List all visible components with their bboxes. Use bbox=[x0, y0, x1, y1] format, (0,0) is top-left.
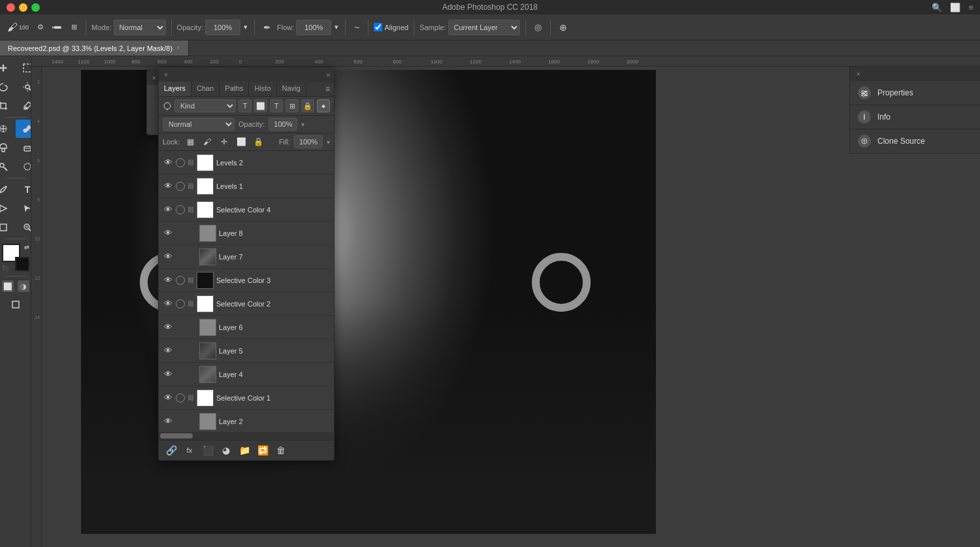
delete-layer-btn[interactable]: 🗑 bbox=[274, 443, 288, 457]
doc-tab-close[interactable]: × bbox=[176, 45, 180, 52]
layers-panel-close-btn[interactable]: × bbox=[163, 71, 169, 78]
shape-btn[interactable] bbox=[0, 218, 15, 237]
magic-wand-btn[interactable] bbox=[16, 78, 31, 96]
quick-mask-btn[interactable]: ◑ bbox=[17, 280, 30, 293]
filter-icon-3[interactable]: T bbox=[270, 99, 283, 112]
layer-item-selcol1[interactable]: 👁 ⛓ Selective Color 1 bbox=[159, 386, 334, 410]
layer-eye-levels2[interactable]: 👁 bbox=[163, 157, 173, 167]
layer-eye-layer7[interactable]: 👁 bbox=[163, 252, 173, 261]
path-select-btn[interactable] bbox=[0, 199, 15, 218]
new-layer-btn[interactable]: 🔁 bbox=[255, 443, 270, 457]
tab-navigator[interactable]: Navig bbox=[277, 82, 306, 96]
layer-eye-selcol1[interactable]: 👁 bbox=[163, 393, 173, 403]
tab-layers[interactable]: Layers bbox=[159, 82, 191, 96]
lock-transparency-btn[interactable]: ▦ bbox=[184, 135, 197, 148]
flow-input[interactable] bbox=[296, 20, 331, 35]
close-button[interactable] bbox=[7, 3, 15, 12]
aligned-checkbox[interactable] bbox=[374, 23, 382, 31]
mode-select[interactable]: Normal bbox=[114, 20, 166, 35]
lock-all-btn[interactable]: 🔒 bbox=[252, 135, 265, 148]
layer-item-selcol4[interactable]: 👁 ⛓ Selective Color 4 bbox=[159, 198, 334, 222]
properties-item[interactable]: Properties bbox=[850, 81, 980, 105]
info-item[interactable]: i Info bbox=[850, 105, 980, 129]
tool-preset-btn[interactable]: 🖌 100 bbox=[4, 20, 32, 35]
pressure-btn[interactable]: ⊕ bbox=[556, 20, 570, 35]
lock-artboard-btn[interactable]: ⬜ bbox=[235, 135, 248, 148]
filter-icon-4[interactable]: ⊞ bbox=[286, 99, 299, 112]
fill-arrow-btn[interactable]: ▾ bbox=[327, 139, 330, 146]
layer-eye-layer8[interactable]: 👁 bbox=[163, 228, 173, 238]
color-swap-icon[interactable]: ⇄ bbox=[24, 244, 29, 250]
layer-eye-layer6[interactable]: 👁 bbox=[163, 322, 173, 332]
fx-btn[interactable]: fx bbox=[182, 443, 197, 457]
pen-btn[interactable] bbox=[0, 180, 15, 199]
airbrush-btn[interactable]: ✒ bbox=[260, 20, 274, 35]
right-panel-close-btn[interactable]: × bbox=[855, 71, 862, 78]
layer-eye-layer5[interactable]: 👁 bbox=[163, 346, 173, 356]
screen-mode-btn[interactable] bbox=[7, 297, 25, 312]
add-mask-btn[interactable]: ⬛ bbox=[201, 443, 215, 457]
eyedropper-btn[interactable] bbox=[16, 97, 31, 115]
standard-mode-btn[interactable]: ⬜ bbox=[1, 280, 14, 293]
layer-item-selcol2[interactable]: 👁 ⛓ Selective Color 2 bbox=[159, 292, 334, 316]
maximize-button[interactable] bbox=[31, 3, 40, 12]
layers-panel-expand[interactable]: » bbox=[326, 71, 330, 78]
tab-histogram[interactable]: Histo bbox=[249, 82, 276, 96]
layers-menu-btn[interactable]: ≡ bbox=[321, 82, 334, 96]
layer-item-layer8[interactable]: 👁 Layer 8 bbox=[159, 222, 334, 245]
layer-item-layer7[interactable]: 👁 Layer 7 bbox=[159, 245, 334, 269]
minimize-button[interactable] bbox=[19, 3, 27, 12]
layer-item-selcol3[interactable]: 👁 ⛓ Selective Color 3 bbox=[159, 269, 334, 292]
blend-mode-select[interactable]: Normal bbox=[163, 118, 235, 131]
lock-pixels-btn[interactable]: 🖌 bbox=[201, 135, 214, 148]
marquee-tool-btn[interactable] bbox=[16, 59, 31, 77]
layer-item-layer2[interactable]: 👁 Layer 2 bbox=[159, 410, 334, 432]
clone-source-item[interactable]: Clone Source bbox=[850, 129, 980, 154]
ai-panel-close-btn[interactable]: × bbox=[151, 75, 157, 82]
layer-item-levels1[interactable]: 👁 ⛓ Levels 1 bbox=[159, 174, 334, 198]
filter-icon-2[interactable]: ⬜ bbox=[254, 99, 267, 112]
lasso-tool-btn[interactable] bbox=[0, 78, 15, 96]
layers-hscroll[interactable] bbox=[159, 432, 334, 440]
eraser-btn[interactable] bbox=[16, 139, 31, 157]
adjustment-btn[interactable]: ◕ bbox=[219, 443, 233, 457]
lock-position-btn[interactable]: ✛ bbox=[218, 135, 231, 148]
doc-tab-active[interactable]: Recovered2.psd @ 33.3% (Levels 2, Layer … bbox=[0, 41, 189, 56]
brush-type-btn[interactable] bbox=[49, 20, 66, 35]
sample-select[interactable]: Current Layer bbox=[448, 20, 520, 35]
opacity-arrow-btn[interactable]: ▾ bbox=[242, 23, 249, 31]
layer-eye-selcol4[interactable]: 👁 bbox=[163, 205, 173, 214]
clone-stamp-btn2[interactable] bbox=[0, 139, 15, 157]
layer-eye-selcol3[interactable]: 👁 bbox=[163, 275, 173, 285]
flow-arrow-btn[interactable]: ▾ bbox=[333, 23, 340, 31]
zoom-btn[interactable] bbox=[16, 218, 31, 237]
layer-item-layer6[interactable]: 👁 Layer 6 bbox=[159, 316, 334, 339]
filter-select[interactable]: Kind bbox=[174, 99, 236, 112]
layer-item-layer5[interactable]: 👁 Layer 5 bbox=[159, 339, 334, 363]
menu-icon[interactable]: ≡ bbox=[968, 3, 973, 12]
link-layers-btn[interactable]: 🔗 bbox=[164, 443, 178, 457]
tool-settings-btn[interactable]: ⚙ bbox=[34, 21, 47, 33]
layer-eye-selcol2[interactable]: 👁 bbox=[163, 299, 173, 308]
arrange-icon[interactable]: ⬜ bbox=[950, 3, 960, 12]
new-group-btn[interactable]: 📁 bbox=[237, 443, 252, 457]
layer-eye-layer2[interactable]: 👁 bbox=[163, 416, 173, 426]
opacity-arrow-btn[interactable]: ▾ bbox=[301, 121, 304, 128]
brush-tool-btn[interactable] bbox=[16, 120, 31, 138]
move-tool-btn[interactable] bbox=[0, 59, 15, 77]
opacity-input[interactable] bbox=[205, 20, 240, 35]
type-btn[interactable]: T bbox=[16, 180, 31, 199]
filter-icon-5[interactable]: 🔒 bbox=[301, 99, 314, 112]
blur-btn[interactable] bbox=[16, 157, 31, 176]
tab-channels[interactable]: Chan bbox=[191, 82, 220, 96]
tab-paths[interactable]: Paths bbox=[220, 82, 249, 96]
layer-item-levels2[interactable]: 👁 ⛓ Levels 2 bbox=[159, 151, 334, 174]
healing-btn[interactable] bbox=[0, 120, 15, 138]
color-default-icon[interactable]: ⬛ bbox=[2, 265, 8, 271]
dodge-btn[interactable] bbox=[0, 157, 15, 176]
search-icon[interactable]: 🔍 bbox=[932, 3, 942, 12]
filter-icon-6[interactable]: ● bbox=[317, 99, 330, 112]
background-color[interactable] bbox=[15, 257, 29, 271]
layer-eye-levels1[interactable]: 👁 bbox=[163, 181, 173, 191]
layer-item-layer4[interactable]: 👁 Layer 4 bbox=[159, 363, 334, 386]
